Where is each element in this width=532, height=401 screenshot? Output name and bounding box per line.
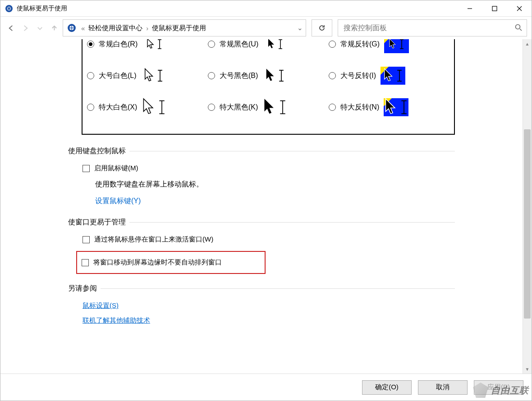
radio-icon [87, 41, 94, 48]
up-button[interactable] [48, 22, 60, 34]
option-label: 常规黑色(U) [220, 40, 258, 49]
checkbox-label: 通过将鼠标悬停在窗口上来激活窗口(W) [94, 235, 213, 244]
mouse-keys-description: 使用数字键盘在屏幕上移动鼠标。 [95, 180, 455, 189]
scroll-thumb[interactable] [524, 129, 531, 319]
maximize-button[interactable] [482, 0, 507, 17]
checkbox-label: 启用鼠标键(M) [94, 164, 138, 173]
cursor-option-xl-black[interactable]: 特大黑色(K) [208, 98, 329, 116]
cursor-option-large-inverted[interactable]: 大号反转(I) [329, 67, 449, 85]
address-dropdown-icon[interactable]: ⌄ [297, 24, 303, 32]
enable-mouse-keys-checkbox[interactable]: 启用鼠标键(M) [83, 164, 455, 173]
content-area: 常规白色(R) 常规黑色(U) [0, 39, 532, 374]
option-label: 特大黑色(K) [220, 103, 258, 112]
titlebar: 使鼠标更易于使用 [0, 0, 532, 17]
cursor-option-large-black[interactable]: 大号黑色(B) [208, 67, 329, 85]
option-label: 特大反转(N) [340, 103, 379, 112]
cursor-preview-icon [381, 67, 405, 85]
divider [129, 222, 455, 223]
radio-icon [329, 104, 336, 111]
section-keyboard-control: 使用键盘控制鼠标 启用鼠标键(M) 使用数字键盘在屏幕上移动鼠标。 设置鼠标键(… [68, 146, 455, 206]
cursor-preview-icon [384, 39, 409, 53]
back-button[interactable] [5, 22, 17, 34]
search-input[interactable] [343, 23, 515, 32]
checkbox-icon [83, 165, 90, 172]
disable-snap-checkbox[interactable]: 将窗口移动到屏幕边缘时不要自动排列窗口 [82, 258, 260, 267]
checkbox-label: 将窗口移动到屏幕边缘时不要自动排列窗口 [93, 258, 222, 267]
minimize-button[interactable] [457, 0, 482, 17]
close-button[interactable] [507, 0, 532, 17]
forward-button[interactable] [19, 22, 31, 34]
cursor-preview-icon [142, 98, 166, 116]
window: 使鼠标更易于使用 « 轻松使用设置中心 › 使鼠标更易于使用 ⌄ [0, 0, 532, 401]
highlighted-option: 将窗口移动到屏幕边缘时不要自动排列窗口 [76, 251, 266, 274]
mouse-settings-link[interactable]: 鼠标设置(S) [83, 301, 119, 309]
cursor-option-regular-inverted[interactable]: 常规反转(G) [329, 39, 449, 53]
checkbox-icon [83, 236, 90, 243]
radio-icon [208, 41, 215, 48]
radio-icon [329, 41, 336, 48]
watermark-text: 自由互联 [491, 384, 529, 396]
radio-icon [329, 72, 336, 79]
breadcrumb-prefix: « [81, 24, 85, 32]
option-label: 常规白色(R) [99, 40, 138, 49]
scroll-track[interactable] [523, 48, 532, 365]
cursor-preview-icon [142, 39, 167, 53]
section-see-also: 另请参阅 鼠标设置(S) 联机了解其他辅助技术 [68, 284, 455, 325]
watermark: 自由互联 [473, 383, 529, 398]
divider [129, 151, 455, 151]
address-icon [66, 22, 78, 34]
section-title: 使窗口更易于管理 [68, 218, 126, 227]
cursor-option-regular-black[interactable]: 常规黑色(U) [208, 39, 329, 53]
setup-mouse-keys-link[interactable]: 设置鼠标键(Y) [95, 196, 141, 206]
vertical-scrollbar[interactable]: ▲ ▼ [523, 39, 532, 374]
cursor-preview-icon [263, 39, 288, 53]
activate-on-hover-checkbox[interactable]: 通过将鼠标悬停在窗口上来激活窗口(W) [83, 235, 455, 244]
cursor-preview-icon [262, 98, 287, 116]
scroll-down-icon[interactable]: ▼ [523, 365, 532, 374]
svg-rect-2 [492, 6, 497, 11]
app-icon [5, 5, 13, 13]
radio-icon [87, 72, 94, 79]
section-window-management: 使窗口更易于管理 通过将鼠标悬停在窗口上来激活窗口(W) [68, 218, 455, 244]
cursor-scheme-group: 常规白色(R) 常规黑色(U) [82, 39, 455, 135]
footer: 确定(O) 取消 应用(P) 自由互联 [0, 374, 532, 401]
section-title: 使用键盘控制鼠标 [68, 146, 126, 156]
cursor-preview-icon [141, 67, 166, 85]
cursor-preview-icon [262, 67, 287, 85]
svg-point-5 [516, 24, 520, 29]
checkbox-icon [82, 259, 89, 266]
cursor-preview-icon [384, 98, 408, 116]
breadcrumb-separator-icon: › [146, 24, 148, 32]
radio-icon [208, 72, 215, 79]
option-label: 大号黑色(B) [220, 71, 258, 81]
online-assist-tech-link[interactable]: 联机了解其他辅助技术 [83, 316, 150, 324]
cursor-option-regular-white[interactable]: 常规白色(R) [87, 39, 208, 53]
breadcrumb-item-1[interactable]: 轻松使用设置中心 [88, 24, 142, 32]
breadcrumb-item-2[interactable]: 使鼠标更易于使用 [152, 24, 206, 32]
cursor-option-xl-inverted[interactable]: 特大反转(N) [329, 98, 449, 116]
window-title: 使鼠标更易于使用 [17, 5, 67, 13]
address-bar[interactable]: « 轻松使用设置中心 › 使鼠标更易于使用 ⌄ [63, 19, 306, 36]
ok-button[interactable]: 确定(O) [362, 380, 412, 395]
navbar: « 轻松使用设置中心 › 使鼠标更易于使用 ⌄ [0, 17, 532, 39]
option-label: 常规反转(G) [340, 40, 380, 49]
section-title: 另请参阅 [68, 284, 97, 293]
watermark-icon [473, 383, 488, 398]
radio-icon [208, 104, 215, 111]
cursor-option-large-white[interactable]: 大号白色(L) [87, 67, 208, 85]
history-dropdown[interactable] [34, 22, 46, 34]
search-icon[interactable] [515, 24, 522, 32]
cancel-button[interactable]: 取消 [418, 380, 468, 395]
search-box[interactable] [338, 19, 527, 36]
option-label: 特大白色(X) [99, 103, 137, 112]
refresh-button[interactable] [312, 19, 332, 36]
radio-icon [87, 104, 94, 111]
divider [101, 288, 455, 289]
option-label: 大号白色(L) [99, 71, 137, 81]
cursor-option-xl-white[interactable]: 特大白色(X) [87, 98, 208, 116]
option-label: 大号反转(I) [340, 71, 376, 81]
scroll-up-icon[interactable]: ▲ [523, 39, 532, 48]
